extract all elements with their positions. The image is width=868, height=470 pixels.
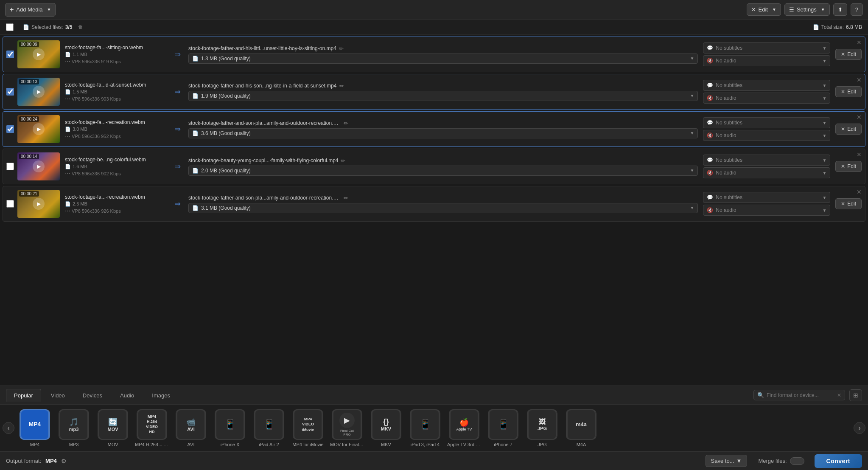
filename-5: stock-footage-fa...-recreation.webm (65, 194, 154, 200)
subtitles-row-2[interactable]: 💬 No subtitles ▼ (703, 80, 830, 91)
audio-row-2[interactable]: 🔇 No audio ▼ (703, 93, 830, 104)
audio-row-3[interactable]: 🔇 No audio ▼ (703, 130, 830, 141)
bottom-section: PopularVideoDevicesAudioImages 🔍 ✕ ⊞ ‹ M… (0, 386, 868, 470)
play-icon-5[interactable]: ▶ (33, 198, 45, 210)
audio-row-1[interactable]: 🔇 No audio ▼ (703, 55, 830, 66)
format-item-mp4hd[interactable]: MP4 H.264 VIDEO HD MP4 H.264 – HD 7... (135, 409, 169, 447)
share-button[interactable]: ⬆ (833, 3, 847, 16)
thumbnail-1[interactable]: ▶ 00:00:09 (17, 40, 60, 68)
format-label-appletv: Apple TV 3rd and ... (447, 442, 481, 447)
format-search-clear[interactable]: ✕ (837, 392, 841, 398)
format-item-iphonex[interactable]: 📱 iPhone X (213, 409, 247, 447)
delete-icon[interactable]: 🗑 (78, 24, 83, 30)
filename-edit-icon-2[interactable]: ✏ (339, 83, 344, 89)
output-format-label: Output format: (6, 458, 41, 464)
filename-edit-icon-4[interactable]: ✏ (341, 158, 345, 164)
play-icon-2[interactable]: ▶ (33, 86, 45, 98)
help-button[interactable]: ? (851, 3, 863, 16)
play-icon-1[interactable]: ▶ (33, 48, 45, 60)
format-icon-box-mp4: MP4 (20, 409, 50, 440)
strip-prev-button[interactable]: ‹ (3, 422, 14, 434)
format-item-jpg[interactable]: 🖼 JPG JPG (525, 409, 559, 447)
row-edit-button-2[interactable]: ✕ Edit (835, 86, 862, 97)
file-checkbox-5[interactable] (6, 200, 14, 208)
file-checkbox-1[interactable] (6, 51, 14, 58)
format-item-ipad34[interactable]: 📱 iPad 3, iPad 4 (408, 409, 442, 447)
subtitles-row-5[interactable]: 💬 No subtitles ▼ (703, 192, 830, 203)
subtitles-row-4[interactable]: 💬 No subtitles ▼ (703, 155, 830, 166)
row-edit-button-3[interactable]: ✕ Edit (835, 124, 862, 135)
filename-edit-icon-5[interactable]: ✏ (344, 195, 348, 201)
subtitles-caret-2: ▼ (822, 83, 826, 88)
close-row-button-5[interactable]: ✕ (857, 189, 862, 195)
format-tab-video[interactable]: Video (43, 389, 73, 402)
output-quality-4[interactable]: 📄 2.0 MB (Good quality) ▼ (188, 166, 698, 176)
filename-edit-icon-3[interactable]: ✏ (344, 120, 348, 127)
format-item-finalcut[interactable]: ▶ Final CutPRO MOV for Final Cut ... (330, 409, 364, 447)
thumbnail-2[interactable]: ▶ 00:00:13 (17, 78, 60, 106)
file-checkbox-4[interactable] (6, 163, 14, 170)
format-item-avi[interactable]: 📹 AVI AVI (174, 409, 208, 447)
file-size-1: 📄 1.1 MB (65, 52, 158, 57)
filename-edit-icon-1[interactable]: ✏ (339, 45, 344, 52)
thumbnail-5[interactable]: ▶ 00:00:21 (17, 190, 60, 218)
tab-expand-button[interactable]: ⊞ (849, 389, 862, 401)
row-edit-button-5[interactable]: ✕ Edit (835, 198, 862, 209)
row-edit-button-4[interactable]: ✕ Edit (835, 161, 862, 172)
row-edit-label: Edit (847, 201, 856, 207)
select-all-checkbox[interactable] (6, 23, 14, 31)
subtitles-row-1[interactable]: 💬 No subtitles ▼ (703, 42, 830, 53)
strip-next-button[interactable]: › (854, 422, 865, 434)
audio-caret-1: ▼ (822, 59, 826, 63)
thumbnail-4[interactable]: ▶ 00:00:14 (17, 152, 60, 180)
format-item-mov[interactable]: 🔄 MOV MOV (96, 409, 130, 447)
format-item-mkv[interactable]: {} MKV MKV (369, 409, 403, 447)
format-item-mp4imovie[interactable]: MP4 VIDEO iMovie MP4 for iMovie (291, 409, 325, 447)
file-doc-icon: 📄 (65, 89, 71, 95)
row-edit-x-icon: ✕ (841, 51, 845, 57)
close-row-button-3[interactable]: ✕ (857, 114, 862, 121)
settings-button[interactable]: ☰ Settings ▼ (784, 3, 830, 16)
audio-row-4[interactable]: 🔇 No audio ▼ (703, 167, 830, 178)
audio-row-5[interactable]: 🔇 No audio ▼ (703, 205, 830, 216)
file-checkbox-3[interactable] (6, 125, 14, 133)
format-tab-images[interactable]: Images (144, 389, 178, 402)
subtitles-row-3[interactable]: 💬 No subtitles ▼ (703, 117, 830, 128)
save-to-button[interactable]: Save to... ▼ (706, 455, 748, 467)
output-quality-1[interactable]: 📄 1.3 MB (Good quality) ▼ (188, 53, 698, 64)
format-item-m4a[interactable]: m4a M4A (564, 409, 598, 447)
merge-files-toggle[interactable] (790, 457, 804, 465)
close-row-button-2[interactable]: ✕ (857, 76, 862, 83)
format-item-iphone7[interactable]: 📱 iPhone 7 (486, 409, 520, 447)
play-icon-3[interactable]: ▶ (33, 123, 45, 135)
file-checkbox-2[interactable] (6, 88, 14, 96)
format-item-mp3[interactable]: 🎵 mp3 MP3 (57, 409, 91, 447)
play-icon-4[interactable]: ▶ (33, 160, 45, 172)
format-search-input[interactable] (767, 392, 834, 398)
convert-button[interactable]: Convert (815, 454, 862, 468)
edit-button[interactable]: ✕ Edit ▼ (747, 3, 781, 16)
add-media-button[interactable]: + Add Media ▼ (5, 3, 56, 17)
audio-caret-3: ▼ (822, 133, 826, 138)
row-edit-button-1[interactable]: ✕ Edit (835, 49, 862, 60)
output-file-row-1: stock-footage-father-and-his-littl...uns… (188, 45, 698, 52)
format-icon-box-mp4imovie: MP4 VIDEO iMovie (293, 409, 323, 440)
format-item-mp4[interactable]: MP4 MP4 (18, 409, 52, 447)
close-row-button-1[interactable]: ✕ (857, 39, 862, 46)
close-row-button-4[interactable]: ✕ (857, 151, 862, 158)
output-settings-icon[interactable]: ⚙ (61, 458, 67, 464)
format-tab-audio[interactable]: Audio (112, 389, 142, 402)
row-edit-label: Edit (847, 51, 856, 57)
quality-value-3: 3.6 MB (Good quality) (201, 130, 251, 136)
duration-4: 00:00:14 (19, 154, 39, 159)
thumbnail-3[interactable]: ▶ 00:00:24 (17, 115, 60, 143)
output-quality-5[interactable]: 📄 3.1 MB (Good quality) ▼ (188, 203, 698, 213)
output-quality-3[interactable]: 📄 3.6 MB (Good quality) ▼ (188, 128, 698, 138)
format-tab-devices[interactable]: Devices (75, 389, 110, 402)
format-tab-popular[interactable]: Popular (6, 389, 41, 402)
row-edit-x-icon: ✕ (841, 163, 845, 169)
format-item-ipadair2[interactable]: 📱 iPad Air 2 (252, 409, 286, 447)
output-quality-2[interactable]: 📄 1.9 MB (Good quality) ▼ (188, 91, 698, 101)
format-icon-box-ipadair2: 📱 (254, 409, 284, 440)
format-item-appletv[interactable]: 🍎 Apple TV Apple TV 3rd and ... (447, 409, 481, 447)
